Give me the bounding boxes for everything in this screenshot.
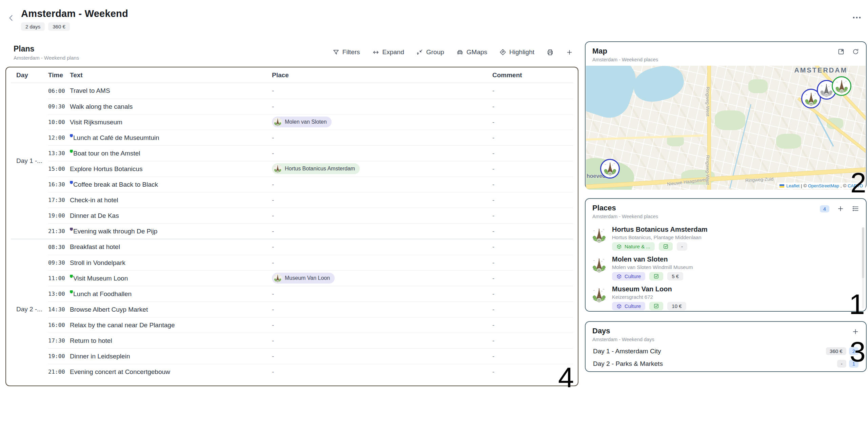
plan-row[interactable]: 19:00 Dinner at De Kas - - [48, 208, 573, 223]
day-list-item[interactable]: Day 1 - Amsterdam City 360 € 2 [590, 345, 861, 357]
cell-text: Explore Hortus Botanicus [70, 165, 272, 173]
place-chip[interactable]: Hortus Botanicus Amsterdam [272, 163, 360, 174]
day-name: Day 1 - Amsterdam City [593, 348, 661, 355]
filters-button[interactable]: Filters [333, 48, 360, 56]
cell-place: Hortus Botanicus Amsterdam [272, 163, 492, 175]
days-title: Days [592, 327, 654, 335]
col-day: Day [11, 71, 48, 79]
ukraine-flag-icon [780, 184, 784, 188]
cell-time: 13:30 [48, 150, 70, 157]
places-title: Places [592, 204, 658, 212]
place-list-item[interactable]: Molen van Sloten Molen van Sloten Windmi… [591, 253, 859, 283]
cell-comment: - [492, 290, 573, 298]
plan-row[interactable]: 21:00 Evening concert at Concertgebouw -… [48, 364, 573, 379]
day-group-label[interactable]: Day 2 -... [16, 306, 42, 313]
cell-comment: - [492, 87, 573, 95]
add-plan-button[interactable] [566, 49, 573, 56]
cell-comment: - [492, 306, 573, 313]
cell-place: - [272, 290, 492, 298]
place-chip[interactable]: Molen van Sloten [272, 117, 332, 127]
plan-row[interactable]: 08:30 Breakfast at hotel - - [48, 239, 573, 255]
osm-link[interactable]: OpenStreetMap [808, 183, 839, 188]
highlight-button[interactable]: Highlight [499, 48, 534, 56]
cell-text: Breakfast at hotel [70, 243, 272, 251]
cell-text: Evening walk through De Pijp [70, 228, 272, 235]
day-list-item[interactable]: Day 2 - Parks & Markets - 1 [590, 357, 861, 370]
map-canvas[interactable]: Ringweg-West Ringweg-West Nieuwe Haagsew… [586, 66, 866, 190]
add-place-button[interactable] [837, 205, 844, 212]
scrollbar-thumb[interactable] [862, 227, 864, 278]
cell-time: 21:30 [48, 228, 70, 234]
plan-row[interactable]: 17:30 Return to hotel - - [48, 333, 573, 348]
map-fullscreen-button[interactable] [837, 48, 845, 55]
col-text: Text [70, 71, 272, 79]
place-chip[interactable]: Museum Van Loon [272, 273, 335, 284]
cell-text: Stroll in Vondelpark [70, 259, 272, 267]
plan-row[interactable]: 15:00 Explore Hortus Botanicus Hortus Bo… [48, 161, 573, 177]
day-group-label[interactable]: Day 1 -... [16, 157, 42, 165]
plan-row[interactable]: 09:30 Stroll in Vondelpark - - [48, 255, 573, 270]
cell-place: - [272, 212, 492, 220]
plan-row[interactable]: 17:30 Check-in at hotel - - [48, 192, 573, 208]
ellipsis-icon [852, 16, 861, 19]
expand-button[interactable]: Expand [372, 48, 404, 56]
visited-checkbox[interactable] [649, 302, 663, 310]
group-button[interactable]: Group [416, 48, 444, 56]
map-place-marker[interactable] [832, 76, 851, 96]
place-address: Molen van Sloten Windmill Museum [612, 264, 693, 270]
places-checklist-button[interactable] [852, 205, 859, 212]
back-button[interactable] [7, 14, 15, 22]
map-place-marker[interactable] [600, 159, 620, 179]
visited-checkbox[interactable] [649, 272, 663, 281]
plan-row[interactable]: 16:00 Relax by the canal near De Plantag… [48, 317, 573, 333]
map-refresh-button[interactable] [852, 48, 859, 55]
plan-row[interactable]: 09:30 Walk along the canals - - [48, 99, 573, 114]
cell-time: 21:00 [48, 369, 70, 375]
plan-row[interactable]: 10:00 Visit Rijksmuseum Molen van Sloten… [48, 114, 573, 130]
cell-place: - [272, 306, 492, 313]
copyright-symbol: © [843, 183, 846, 188]
category-tag[interactable]: Nature & ... [612, 242, 655, 251]
visited-checkbox[interactable] [659, 242, 673, 251]
plan-row[interactable]: 13:00 Lunch at Foodhallen - - [48, 286, 573, 302]
plan-row[interactable]: 21:30 Evening walk through De Pijp - - [48, 223, 573, 239]
category-tag[interactable]: Culture [612, 272, 645, 281]
place-list-item[interactable]: Museum Van Loon Keizersgracht 672 Cultur… [591, 283, 859, 313]
place-tower-icon [804, 91, 819, 106]
print-button[interactable] [547, 49, 554, 56]
cell-text-label: Check-in at hotel [70, 196, 118, 204]
plan-row[interactable]: 06:00 Travel to AMS - - [48, 83, 573, 99]
day-price-badge: - [837, 360, 846, 368]
page-menu-button[interactable] [852, 16, 861, 19]
cell-text: Browse Albert Cuyp Market [70, 306, 272, 313]
cell-time: 11:00 [48, 275, 70, 282]
places-panel: Places Amsterdam - Weekend places 4 Hort… [585, 198, 867, 312]
add-day-button[interactable] [852, 328, 859, 335]
plan-row[interactable]: 12:00 Lunch at Café de Museumtuin - - [48, 130, 573, 145]
plan-row[interactable]: 16:30 Coffee break at Back to Black - - [48, 177, 573, 192]
plan-row[interactable]: 14:30 Browse Albert Cuyp Market - - [48, 302, 573, 317]
attribution-separator: , [841, 183, 842, 188]
cell-place: - [272, 228, 492, 235]
cell-time: 16:30 [48, 181, 70, 188]
place-tags: Culture 5 € [612, 272, 693, 281]
cell-comment: - [492, 103, 573, 110]
cell-time: 12:00 [48, 134, 70, 141]
group-collapse-icon [416, 49, 423, 56]
place-list-item[interactable]: Hortus Botanicus Amsterdam Hortus Botani… [591, 223, 859, 253]
annotation-mark-1: 1 [849, 290, 865, 318]
trip-duration-badge: 2 days [21, 22, 45, 31]
plan-row[interactable]: 19:00 Dinner in Leidseplein - - [48, 348, 573, 364]
highlight-sign-icon [499, 49, 506, 56]
cube-icon [616, 304, 622, 309]
copyright-symbol: © [803, 183, 807, 188]
cell-text: Relax by the canal near De Plantage [70, 321, 272, 329]
leaflet-link[interactable]: Leaflet [786, 183, 800, 188]
refresh-icon [852, 48, 859, 55]
filters-label: Filters [342, 48, 360, 56]
cell-comment: - [492, 150, 573, 157]
category-tag[interactable]: Culture [612, 302, 645, 310]
gmaps-button[interactable]: GMaps [456, 48, 487, 56]
plan-row[interactable]: 13:30 Boat tour on the Amstel - - [48, 145, 573, 161]
plan-row[interactable]: 11:00 Visit Museum Loon Museum Van Loon … [48, 270, 573, 286]
